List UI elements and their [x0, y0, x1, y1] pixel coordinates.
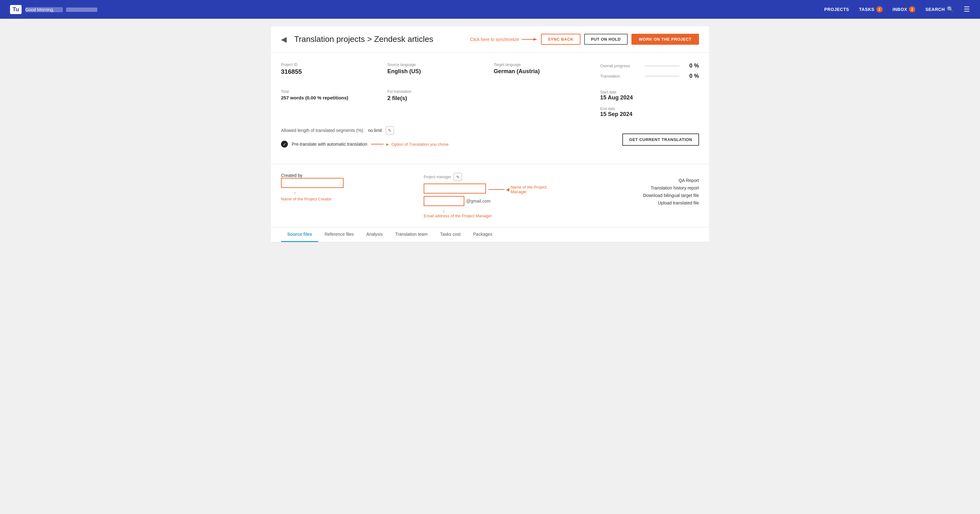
svg-marker-1	[533, 38, 537, 41]
manager-name-annotation-arrow: ◀ Name of the Project Manager	[488, 185, 556, 194]
target-lang-value: German (Austria)	[494, 68, 540, 75]
tab-reference-files[interactable]: Reference files	[318, 227, 360, 242]
translation-progress-row: Translation 0 %	[600, 73, 699, 79]
tab-packages[interactable]: Packages	[467, 227, 498, 242]
project-id-block: Project ID 316855	[281, 62, 380, 79]
manager-email-input[interactable]	[424, 196, 465, 206]
app-header: Tu Good Morning, PROJECTS TASKS 2 INBOX …	[0, 0, 980, 19]
pretranslate-annotation-text: Option of Translation you chose	[391, 142, 449, 147]
for-translation-value: 2 file(s)	[387, 95, 407, 101]
put-on-hold-button[interactable]: PUT ON HOLD	[584, 34, 628, 45]
tab-tasks-cost[interactable]: Tasks cost	[434, 227, 467, 242]
creator-section: Created by ↑ Name of the Project Creator…	[271, 164, 709, 227]
target-lang-block: Target language German (Austria)	[494, 62, 593, 79]
source-lang-value: English (US)	[387, 68, 421, 75]
manager-email-arrow-down-icon: ↓	[442, 208, 445, 214]
tab-bar: Source files Reference files Analysis Tr…	[271, 227, 709, 242]
end-date-row: End date 15 Sep 2024	[600, 106, 699, 117]
progress-block: Overall progress 0 % Translation 0 %	[600, 62, 699, 79]
info-top-grid: Project ID 316855 Source language Englis…	[281, 62, 699, 79]
sync-hint-arrow	[522, 37, 537, 42]
greeting-name-placeholder	[66, 8, 97, 12]
dates-block: Start date 15 Aug 2024 End date 15 Sep 2…	[600, 89, 699, 117]
pretranslate-row: ✓ Pre-translate with automatic translati…	[281, 141, 617, 148]
nav-tasks[interactable]: TASKS 2	[859, 6, 883, 13]
total-value: 257 words (0.00 % repetitions)	[281, 95, 348, 100]
allowed-length-section: Allowed length of translated segments (%…	[281, 126, 699, 148]
main-container: ◀ Translation projects > Zendesk article…	[271, 26, 709, 242]
overall-progress-value: 0 %	[683, 62, 699, 69]
download-bilingual-link[interactable]: Download bilingual target file	[643, 193, 699, 198]
creator-annotation-text: Name of the Project Creator	[281, 197, 332, 201]
inbox-badge: 2	[909, 6, 915, 13]
sync-hint-container: Click here to synchronize	[470, 37, 537, 42]
email-suffix: @gmail.com	[465, 198, 491, 203]
pretranslate-annotation-arrow: ► Option of Translation you chose	[371, 142, 449, 147]
translation-history-link[interactable]: Translation history report	[651, 186, 699, 190]
empty-mid-block	[494, 89, 593, 117]
end-date-value: 15 Sep 2024	[600, 111, 699, 117]
greeting-text: Good Morning,	[25, 6, 97, 12]
edit-project-manager-icon[interactable]: ✎	[454, 173, 462, 181]
search-icon: 🔍	[947, 6, 954, 13]
manager-name-input[interactable]	[424, 184, 486, 194]
manager-email-annotation-text: Email address of the Project Manager	[424, 214, 492, 218]
right-links-block: QA Report Translation history report Dow…	[566, 173, 699, 218]
project-info-section: Project ID 316855 Source language Englis…	[271, 52, 709, 164]
creator-name-input[interactable]	[281, 178, 344, 188]
overall-progress-row: Overall progress 0 %	[600, 62, 699, 69]
tab-analysis[interactable]: Analysis	[360, 227, 389, 242]
overall-progress-bar	[644, 65, 679, 67]
tab-translation-team[interactable]: Translation team	[389, 227, 434, 242]
checkbox-checked-icon[interactable]: ✓	[281, 141, 288, 148]
tasks-badge: 2	[877, 6, 883, 13]
work-on-project-button[interactable]: WORK ON THE PROJECT	[632, 34, 699, 45]
created-by-block: Created by ↑ Name of the Project Creator	[281, 173, 414, 218]
hamburger-menu-icon[interactable]: ☰	[964, 5, 970, 13]
start-date-row: Start date 15 Aug 2024	[600, 89, 699, 101]
pretranslate-label: Pre-translate with automatic translation	[292, 142, 368, 147]
main-nav: PROJECTS TASKS 2 INBOX 2 SEARCH 🔍 ☰	[824, 5, 970, 13]
tab-source-files[interactable]: Source files	[281, 227, 318, 242]
allowed-length-value: no limit	[368, 128, 382, 133]
get-current-translation-button[interactable]: GET CURRENT TRANSLATION	[622, 133, 699, 146]
start-date-value: 15 Aug 2024	[600, 94, 699, 101]
manager-email-row: @gmail.com	[424, 196, 556, 206]
info-mid-grid: Total 257 words (0.00 % repetitions) For…	[281, 89, 699, 117]
edit-allowed-length-button[interactable]: ✎	[386, 126, 394, 135]
manager-name-annotation-text: Name of the Project Manager	[511, 185, 556, 194]
total-block: Total 257 words (0.00 % repetitions)	[281, 89, 380, 117]
sync-hint-text: Click here to synchronize	[470, 37, 519, 42]
project-id-value: 316855	[281, 68, 302, 75]
creator-annotation: ↑ Name of the Project Creator	[281, 190, 414, 201]
page-title: Translation projects > Zendesk articles	[294, 34, 433, 44]
sync-area: Click here to synchronize SYNC BACK PUT …	[470, 34, 699, 45]
qa-report-link[interactable]: QA Report	[679, 178, 699, 183]
translation-progress-value: 0 %	[683, 73, 699, 79]
source-lang-block: Source language English (US)	[387, 62, 486, 79]
title-bar: ◀ Translation projects > Zendesk article…	[271, 26, 709, 52]
upload-translated-link[interactable]: Upload translated file	[658, 200, 699, 205]
creator-arrow-up-icon: ↑	[293, 190, 296, 196]
manager-email-annotation: ↓ Email address of the Project Manager	[424, 208, 556, 218]
back-button[interactable]: ◀	[281, 35, 286, 44]
sync-back-button[interactable]: SYNC BACK	[541, 34, 581, 45]
project-manager-block: Project manager ✎ ◀ Name of the Project …	[424, 173, 556, 218]
nav-inbox[interactable]: INBOX 2	[893, 6, 916, 13]
translation-progress-bar	[644, 75, 679, 77]
logo-icon: Tu	[10, 5, 22, 14]
nav-search[interactable]: SEARCH 🔍	[925, 6, 954, 13]
logo-area: Tu Good Morning,	[10, 5, 97, 14]
nav-projects[interactable]: PROJECTS	[824, 7, 849, 12]
allowed-length-row: Allowed length of translated segments (%…	[281, 126, 617, 135]
for-translation-block: For translation 2 file(s)	[387, 89, 486, 117]
